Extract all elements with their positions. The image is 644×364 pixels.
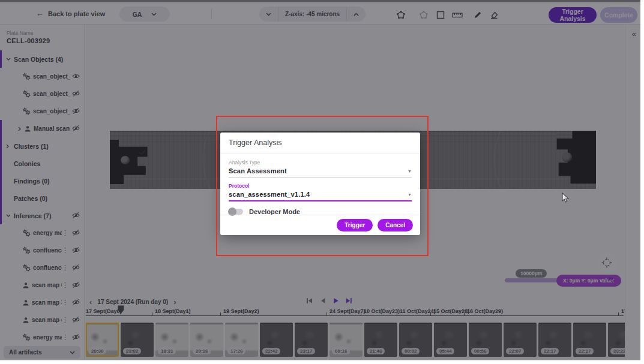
analysis-type-value: Scan Assessment: [229, 167, 287, 175]
dropdown-caret-icon: ▼: [408, 192, 412, 197]
modal-cancel-button[interactable]: Cancel: [378, 219, 413, 231]
analysis-type-label: Analysis Type: [229, 160, 412, 166]
protocol-value: scan_assessment_v1.1.4: [229, 191, 310, 198]
analysis-type-select[interactable]: Scan Assessment ▼: [229, 167, 412, 177]
dropdown-caret-icon: ▼: [408, 169, 412, 173]
trigger-analysis-modal: Trigger Analysis Analysis Type Scan Asse…: [220, 133, 420, 235]
modal-title: Trigger Analysis: [220, 133, 420, 154]
protocol-label: Protocol: [229, 183, 412, 189]
modal-trigger-button[interactable]: Trigger: [337, 219, 373, 231]
protocol-select[interactable]: scan_assessment_v1.1.4 ▼: [229, 191, 412, 200]
mouse-cursor: [562, 192, 570, 203]
field-underline: [229, 177, 412, 178]
field-underline-active: [229, 200, 412, 201]
developer-mode-toggle[interactable]: [229, 209, 243, 215]
app-window: ← Back to plate view GA Z-axis: -45 micr…: [0, 0, 640, 360]
